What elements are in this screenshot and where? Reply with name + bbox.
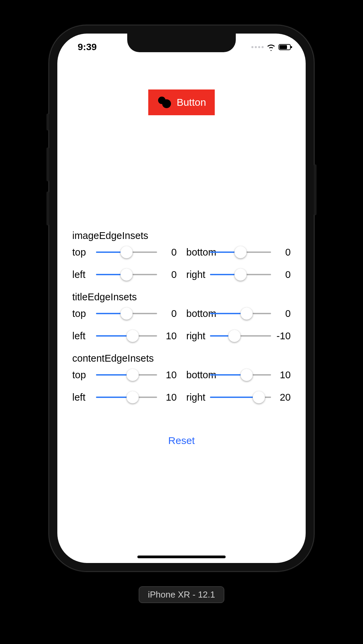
home-indicator [137,556,226,558]
reset-row: Reset [72,435,291,447]
slider-image-top: top 0 [72,245,177,259]
slider-label: top [72,247,93,258]
slider-value: 10 [160,369,177,381]
slider-value: 10 [160,330,177,342]
slider-title-bottom: bottom 0 [186,307,291,320]
section-contentedgeinsets: contentEdgeInsets top 10 bottom [72,353,291,404]
reset-button[interactable]: Reset [166,435,197,447]
slider-image-left: left 0 [72,268,177,281]
slider-value: 0 [274,308,291,319]
svg-point-4 [162,99,171,108]
slider-label: left [72,330,93,342]
slider-image-right-control[interactable] [210,268,271,281]
slider-content-top-control[interactable] [96,368,157,382]
power-button [314,164,317,215]
device-frame: 9:39 [49,25,314,571]
cellular-dots-icon [251,46,264,48]
slider-value: 0 [274,247,291,258]
wifi-icon [266,43,276,51]
slider-label: right [186,392,207,403]
slider-value: 10 [160,392,177,403]
slider-label: bottom [186,308,207,319]
slider-image-bottom-control[interactable] [210,245,271,259]
slider-label: right [186,269,207,280]
mute-switch [46,114,49,130]
slider-content-right-control[interactable] [210,390,271,404]
slider-label: top [72,369,93,381]
volume-up-button [46,147,49,181]
slider-content-bottom-control[interactable] [210,368,271,382]
slider-title-top-control[interactable] [96,307,157,320]
slider-value: 20 [274,392,291,403]
slider-title-right-control[interactable] [210,329,271,343]
button-preview-area: Button [72,54,291,227]
status-right [251,43,295,51]
status-time: 9:39 [68,42,97,53]
slider-label: left [72,392,93,403]
slider-value: 0 [160,247,177,258]
slider-image-right: right 0 [186,268,291,281]
content-area: Button imageEdgeInsets top 0 bottom [57,54,306,553]
slider-value: 10 [274,369,291,381]
slider-value: 0 [274,269,291,280]
preview-button-label: Button [177,97,206,107]
slider-value: 0 [160,269,177,280]
slider-value: -10 [274,330,291,342]
section-title-imageedgeinsets: imageEdgeInsets [72,230,291,241]
slider-content-bottom: bottom 10 [186,368,291,382]
preview-button[interactable]: Button [148,89,215,115]
blob-icon [157,96,172,108]
section-imageedgeinsets: imageEdgeInsets top 0 bottom [72,230,291,281]
volume-down-button [46,192,49,225]
slider-title-top: top 0 [72,307,177,320]
slider-content-right: right 20 [186,390,291,404]
slider-content-left-control[interactable] [96,390,157,404]
notch [127,34,236,52]
svg-rect-2 [280,45,287,49]
slider-title-left-control[interactable] [96,329,157,343]
slider-title-bottom-control[interactable] [210,307,271,320]
slider-image-top-control[interactable] [96,245,157,259]
section-title-contentedgeinsets: contentEdgeInsets [72,353,291,364]
device-tag: iPhone XR - 12.1 [139,586,224,603]
slider-label: bottom [186,369,207,381]
slider-content-top: top 10 [72,368,177,382]
slider-title-right: right -10 [186,329,291,343]
slider-label: left [72,269,93,280]
slider-title-left: left 10 [72,329,177,343]
slider-image-left-control[interactable] [96,268,157,281]
section-titleedgeinsets: titleEdgeInsets top 0 bottom [72,291,291,343]
slider-content-left: left 10 [72,390,177,404]
battery-icon [279,44,293,51]
slider-image-bottom: bottom 0 [186,245,291,259]
svg-rect-1 [291,46,292,48]
slider-label: top [72,308,93,319]
screen: 9:39 [57,34,306,563]
section-title-titleedgeinsets: titleEdgeInsets [72,291,291,303]
slider-label: right [186,330,207,342]
slider-value: 0 [160,308,177,319]
slider-label: bottom [186,247,207,258]
